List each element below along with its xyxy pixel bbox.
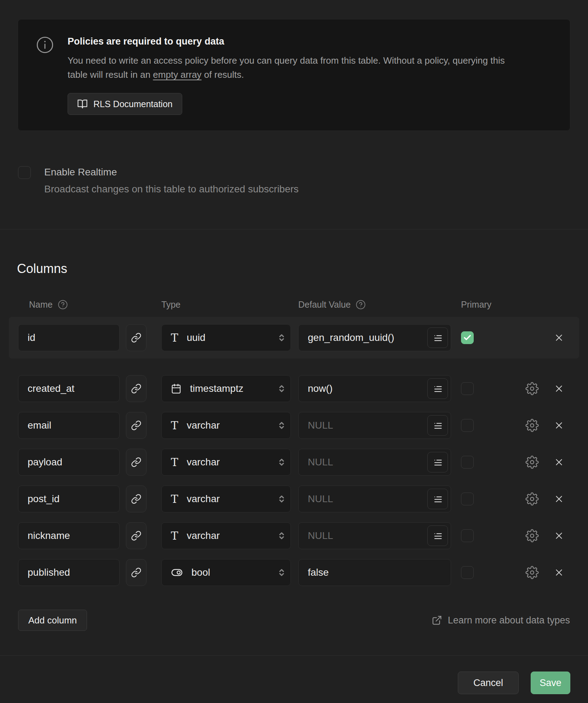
- column-settings-button[interactable]: [525, 419, 539, 432]
- default-value-menu-button[interactable]: [427, 378, 448, 399]
- column-type-value: bool: [191, 567, 210, 578]
- column-settings-button[interactable]: [525, 455, 539, 469]
- column-rows: timestamptz: [18, 359, 570, 586]
- column-row-id: T uuid: [9, 317, 579, 359]
- remove-column-button[interactable]: [552, 529, 566, 542]
- gear-icon: [525, 529, 539, 542]
- primary-checkbox[interactable]: [461, 493, 474, 505]
- column-name-input[interactable]: [18, 486, 120, 512]
- column-name-input[interactable]: [18, 522, 120, 549]
- default-value-menu-button[interactable]: [427, 525, 448, 546]
- remove-column-button[interactable]: [552, 566, 566, 579]
- chevrons-up-down-icon: [276, 332, 287, 343]
- primary-checkbox[interactable]: [461, 566, 474, 579]
- empty-array-link[interactable]: empty array: [153, 69, 201, 80]
- foreign-key-button[interactable]: [126, 486, 146, 512]
- column-name-input[interactable]: [18, 324, 120, 351]
- column-name-input[interactable]: [18, 559, 120, 586]
- list-icon: [433, 420, 443, 430]
- add-column-button[interactable]: Add column: [18, 610, 87, 631]
- default-value-input[interactable]: [298, 559, 451, 586]
- toggle-icon: [171, 567, 183, 579]
- column-type-select[interactable]: bool: [161, 559, 291, 586]
- alert-title: Policies are required to query data: [68, 35, 524, 48]
- column-settings-button[interactable]: [525, 382, 539, 395]
- column-name-input[interactable]: [18, 449, 120, 476]
- foreign-key-button[interactable]: [126, 522, 146, 549]
- primary-checkbox[interactable]: [461, 331, 474, 344]
- external-link-icon: [432, 615, 442, 626]
- list-icon: [433, 494, 443, 504]
- column-type-select[interactable]: T varchar: [161, 486, 291, 512]
- rls-documentation-button[interactable]: RLS Documentation: [68, 93, 182, 115]
- remove-column-button[interactable]: [552, 455, 566, 469]
- close-icon: [554, 420, 564, 431]
- column-type-value: varchar: [187, 530, 220, 541]
- default-value-field: [298, 324, 451, 351]
- link-icon: [131, 420, 142, 431]
- chevrons-up-down-icon: [276, 567, 287, 578]
- close-icon: [554, 332, 564, 343]
- remove-column-button[interactable]: [552, 492, 566, 506]
- gear-icon: [525, 455, 539, 469]
- column-settings-button[interactable]: [525, 566, 539, 579]
- primary-checkbox[interactable]: [461, 456, 474, 469]
- column-row-payload: T varchar: [18, 449, 570, 476]
- foreign-key-button[interactable]: [126, 375, 146, 402]
- close-icon: [554, 383, 564, 394]
- alert-body-text-end: of results.: [202, 69, 244, 80]
- column-type-select[interactable]: T varchar: [161, 449, 291, 476]
- help-icon[interactable]: [58, 300, 68, 310]
- foreign-key-button[interactable]: [126, 559, 146, 586]
- learn-more-link[interactable]: Learn more about data types: [432, 615, 570, 626]
- remove-column-button[interactable]: [552, 331, 566, 344]
- column-type-select[interactable]: T varchar: [161, 522, 291, 549]
- info-icon: [36, 35, 54, 115]
- column-settings-button[interactable]: [525, 529, 539, 542]
- cancel-button[interactable]: Cancel: [458, 672, 519, 694]
- default-value-menu-button[interactable]: [427, 452, 448, 472]
- column-row-email: T varchar: [18, 412, 570, 439]
- column-name-input[interactable]: [18, 375, 120, 402]
- default-value-menu-button[interactable]: [427, 489, 448, 509]
- default-value-field: [298, 412, 451, 439]
- primary-checkbox[interactable]: [461, 382, 474, 395]
- rls-documentation-label: RLS Documentation: [93, 99, 173, 109]
- column-type-select[interactable]: timestamptz: [161, 375, 291, 402]
- text-type-icon: T: [171, 494, 178, 505]
- gear-icon: [525, 382, 539, 395]
- remove-column-button[interactable]: [552, 382, 566, 395]
- text-type-icon: T: [171, 457, 178, 468]
- default-value-field: [298, 486, 451, 512]
- header-type: Type: [161, 300, 298, 310]
- alert-body-text: You need to write an access policy befor…: [68, 55, 505, 80]
- column-name-input[interactable]: [18, 412, 120, 439]
- list-icon: [433, 333, 443, 343]
- foreign-key-button[interactable]: [126, 449, 146, 476]
- column-type-select[interactable]: T varchar: [161, 412, 291, 439]
- list-icon: [433, 457, 443, 467]
- link-icon: [131, 530, 142, 541]
- close-icon: [554, 457, 564, 467]
- remove-column-button[interactable]: [552, 419, 566, 432]
- default-value-menu-button[interactable]: [427, 415, 448, 436]
- link-icon: [131, 457, 142, 467]
- column-type-select[interactable]: T uuid: [161, 324, 291, 351]
- enable-realtime-checkbox[interactable]: [18, 166, 31, 179]
- primary-checkbox[interactable]: [461, 419, 474, 432]
- columns-header-row: Name Type Default Value Primary: [18, 300, 570, 310]
- foreign-key-button[interactable]: [126, 412, 146, 439]
- column-row-post-id: T varchar: [18, 486, 570, 512]
- save-button[interactable]: Save: [531, 672, 570, 694]
- chevrons-up-down-icon: [276, 457, 287, 467]
- realtime-section: Enable Realtime Broadcast changes on thi…: [18, 166, 588, 195]
- column-type-value: varchar: [187, 493, 220, 505]
- columns-footer: Add column Learn more about data types: [18, 610, 570, 631]
- column-settings-button[interactable]: [525, 492, 539, 506]
- foreign-key-button[interactable]: [126, 324, 146, 351]
- text-type-icon: T: [171, 420, 178, 431]
- primary-checkbox[interactable]: [461, 529, 474, 542]
- help-icon[interactable]: [356, 300, 366, 310]
- default-value-menu-button[interactable]: [427, 327, 448, 348]
- columns-section-title: Columns: [17, 261, 588, 276]
